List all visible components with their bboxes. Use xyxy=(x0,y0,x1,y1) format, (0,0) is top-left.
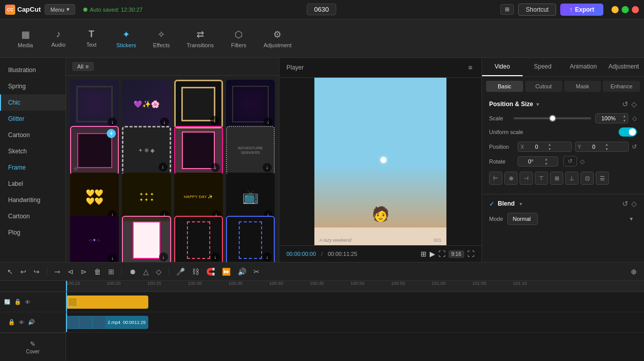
sidebar-item-sketch[interactable]: Sketch xyxy=(0,143,66,159)
rotate-ccw-button[interactable]: ↺ xyxy=(563,156,577,167)
align-center-h-button[interactable]: ⊕ xyxy=(504,172,518,185)
pos-y-down-button[interactable]: ▼ xyxy=(604,147,609,151)
uniform-scale-toggle[interactable] xyxy=(619,127,637,137)
subtab-enhance[interactable]: Enhance xyxy=(603,81,640,92)
tool-audio[interactable]: ♪ Audio xyxy=(43,26,74,51)
sticker-cell-10[interactable]: ✦ ✦ ✦✦ ✦ ✦ ↓ xyxy=(122,173,171,221)
sticker-cell-11[interactable]: HAPPY DAY ✨ ↓ xyxy=(174,173,223,221)
resolution-button[interactable]: ⊞ xyxy=(500,4,514,15)
redo-button[interactable]: ↪ xyxy=(31,266,42,277)
shortcut-button[interactable]: Shortcut xyxy=(518,4,556,16)
expand-button[interactable]: ⛶ xyxy=(467,250,474,258)
sidebar-item-label[interactable]: Label xyxy=(0,176,66,192)
grid-view-button[interactable]: ⊞ xyxy=(421,250,427,258)
sticker-cell-5[interactable]: ☆ + Add to track xyxy=(70,126,119,175)
sidebar-item-handwriting[interactable]: Handwriting xyxy=(0,192,66,208)
all-filter-button[interactable]: All ≡ xyxy=(72,62,94,71)
sticker-cell-4[interactable]: ↓ xyxy=(226,80,275,128)
download-icon[interactable]: ↓ xyxy=(210,116,219,125)
scale-input[interactable] xyxy=(596,114,621,123)
reset-icon[interactable]: ↺ xyxy=(622,100,628,108)
tool-effects[interactable]: ✧ Effects xyxy=(146,26,177,51)
sidebar-item-cartoon[interactable]: Cartoon xyxy=(0,127,66,143)
sticker-cell-15[interactable]: ↓ xyxy=(174,216,223,262)
cursor-tool-button[interactable]: ↖ xyxy=(5,266,15,277)
tab-video[interactable]: Video xyxy=(482,58,523,76)
align-right-button[interactable]: ⊣ xyxy=(520,172,533,185)
rotate-up-button[interactable]: ▲ xyxy=(543,157,549,161)
sticker-cell-1[interactable]: ↓ xyxy=(70,80,119,128)
tool-text[interactable]: T Text xyxy=(76,26,107,51)
export-button[interactable]: ↑ Export xyxy=(560,4,603,16)
sticker-cell-16[interactable]: ↓ xyxy=(226,216,275,262)
tool-adjustment[interactable]: ⚙ Adjustment xyxy=(256,26,299,51)
align-bottom-button[interactable]: ⊥ xyxy=(565,172,578,185)
maximize-button[interactable] xyxy=(622,6,629,13)
blend-keyframe-icon[interactable]: ◇ xyxy=(631,200,637,208)
scale-keyframe-icon[interactable]: ◇ xyxy=(632,115,637,122)
download-icon[interactable]: ↓ xyxy=(108,253,117,262)
link-button[interactable]: ⛓ xyxy=(190,266,201,277)
rotate-keyframe-icon[interactable]: ◇ xyxy=(580,158,585,165)
speed-button[interactable]: ⏩ xyxy=(220,266,233,277)
video-clip[interactable]: 2.mp4 00:0011:25 xyxy=(66,316,148,329)
blend-checkbox[interactable]: ✓ xyxy=(489,200,495,208)
scale-slider[interactable] xyxy=(513,117,591,119)
scale-down-button[interactable]: ▼ xyxy=(621,118,628,123)
download-icon[interactable]: ↓ xyxy=(108,117,117,126)
blend-mode-select[interactable]: Normal Multiply Screen Overlay xyxy=(507,213,538,225)
subtab-cutout[interactable]: Cutout xyxy=(525,81,562,92)
blend-reset-icon[interactable]: ↺ xyxy=(622,200,628,208)
add-icon[interactable]: + xyxy=(107,129,116,138)
trim-right-button[interactable]: ⊳ xyxy=(79,266,89,277)
sidebar-item-spring[interactable]: Spring xyxy=(0,78,66,94)
download-icon[interactable]: ↓ xyxy=(263,252,272,261)
download-icon[interactable]: ↓ xyxy=(263,163,272,172)
tool-stickers[interactable]: ✦ Stickers xyxy=(109,26,143,51)
align-left-button[interactable]: ⊢ xyxy=(489,172,502,185)
sidebar-item-frame[interactable]: Frame xyxy=(0,159,66,176)
video-lock-button[interactable]: 🔒 xyxy=(7,318,16,326)
position-x-input[interactable] xyxy=(527,142,547,151)
tool-media[interactable]: ▦ Media xyxy=(10,26,41,51)
minimize-button[interactable] xyxy=(611,6,619,13)
magnet-button[interactable]: 🧲 xyxy=(204,266,217,277)
effects-track-button[interactable]: △ xyxy=(141,266,151,277)
download-icon[interactable]: ↓ xyxy=(158,162,168,172)
close-button[interactable] xyxy=(632,6,639,13)
sticker-cell-2[interactable]: 💜✨🌸 ↓ xyxy=(122,80,171,128)
audio-button[interactable]: 🔊 xyxy=(236,266,248,277)
rotate-down-button[interactable]: ▼ xyxy=(543,161,549,166)
tool-filters[interactable]: ⬡ Filters xyxy=(223,26,254,51)
distribute-h-button[interactable]: ⊡ xyxy=(581,172,594,185)
download-icon[interactable]: ↓ xyxy=(211,252,220,261)
fullscreen-button[interactable]: ⛶ xyxy=(438,250,445,258)
pos-x-up-button[interactable]: ▲ xyxy=(547,142,553,147)
sidebar-item-plog[interactable]: Plog xyxy=(0,224,66,241)
sticker-cell-9[interactable]: 💛💛💛💛 ↓ xyxy=(70,173,119,221)
tab-adjustment[interactable]: Adjustment xyxy=(603,58,644,76)
pos-y-up-button[interactable]: ▲ xyxy=(604,142,609,147)
align-top-button[interactable]: ⊤ xyxy=(535,172,548,185)
scale-up-button[interactable]: ▲ xyxy=(621,114,628,118)
sticker-cell-12[interactable]: 📺 ↓ xyxy=(226,173,275,221)
subtab-basic[interactable]: Basic xyxy=(486,81,523,92)
sticker-cell-8[interactable]: ADVENTURESEEKERS ↓ xyxy=(226,126,275,175)
effects-clip[interactable] xyxy=(66,296,148,309)
subtab-mask[interactable]: Mask xyxy=(564,81,601,92)
record-button[interactable]: ⏺ xyxy=(127,266,138,277)
effects-visibility-button[interactable]: 👁 xyxy=(24,298,31,306)
sidebar-item-cartoon2[interactable]: Cartoon xyxy=(0,208,66,224)
crop-button[interactable]: ⊞ xyxy=(106,266,116,277)
mic-button[interactable]: 🎤 xyxy=(174,266,187,277)
sidebar-item-glitter[interactable]: Glitter xyxy=(0,111,66,127)
tab-speed[interactable]: Speed xyxy=(523,58,563,76)
diamond-keyframe-icon[interactable]: ◇ xyxy=(631,100,637,108)
effects-lock-button[interactable]: 🔒 xyxy=(13,298,22,306)
cut-button[interactable]: ✂ xyxy=(251,266,262,277)
video-audio-button[interactable]: 🔊 xyxy=(27,318,36,326)
sticker-cell-7[interactable]: ↓ xyxy=(174,126,223,175)
undo-button[interactable]: ↩ xyxy=(18,266,28,277)
download-icon[interactable]: ↓ xyxy=(160,117,169,126)
sidebar-item-chic[interactable]: Chic xyxy=(0,94,66,111)
